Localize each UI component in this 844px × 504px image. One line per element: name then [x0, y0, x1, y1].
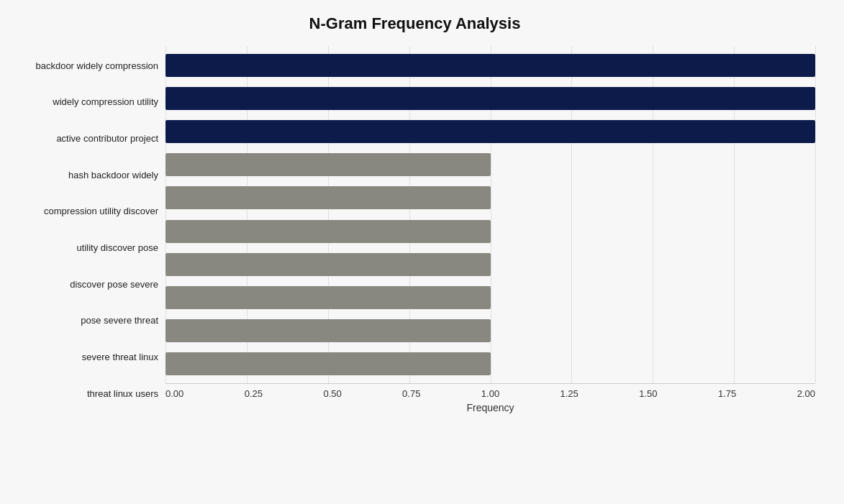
grid-and-bars — [165, 46, 815, 384]
bar-row — [165, 248, 815, 281]
bars-wrapper — [165, 46, 815, 383]
y-label: widely compression utility — [53, 84, 158, 121]
bar-row — [165, 214, 815, 247]
y-label: severe threat linux — [82, 339, 158, 376]
x-tick-label: 1.25 — [561, 388, 578, 399]
bar-row — [165, 181, 815, 214]
chart-title: N-Gram Frequency Analysis — [14, 14, 815, 33]
x-tick-label: 1.00 — [481, 388, 499, 399]
bar-row — [165, 347, 815, 380]
y-labels: backdoor widely compressionwidely compre… — [14, 46, 165, 413]
x-tick-label: 0.25 — [245, 388, 263, 399]
y-label: threat linux users — [87, 375, 158, 412]
bar-row — [165, 281, 815, 314]
bar — [165, 120, 815, 143]
x-tick-label: 0.00 — [165, 388, 183, 399]
bar — [165, 54, 815, 77]
bar-row — [165, 148, 815, 181]
x-tick-label: 2.00 — [797, 388, 815, 399]
y-label: utility discover pose — [77, 229, 158, 266]
chart-area: backdoor widely compressionwidely compre… — [14, 46, 815, 413]
x-tick-label: 1.50 — [639, 388, 657, 399]
bar — [165, 220, 491, 243]
bar — [165, 286, 491, 309]
y-label: hash backdoor widely — [68, 157, 158, 193]
x-tick-label: 0.50 — [323, 388, 341, 399]
x-axis-title: Frequency — [165, 402, 815, 413]
grid-line — [815, 46, 816, 383]
bar — [165, 153, 491, 176]
bar — [165, 253, 491, 276]
bar — [165, 87, 815, 110]
y-label: compression utility discover — [44, 193, 158, 230]
y-label: discover pose severe — [70, 266, 158, 303]
x-tick-label: 1.75 — [718, 388, 736, 399]
bar — [165, 319, 491, 342]
bars-and-axis: 0.000.250.500.751.001.251.501.752.00 Fre… — [165, 46, 815, 413]
y-label: backdoor widely compression — [35, 47, 158, 84]
bar-row — [165, 115, 815, 148]
x-axis-labels: 0.000.250.500.751.001.251.501.752.00 — [165, 384, 815, 399]
y-label: pose severe threat — [81, 303, 158, 339]
bar-row — [165, 82, 815, 115]
x-tick-label: 0.75 — [402, 388, 420, 399]
bar-row — [165, 49, 815, 82]
bar-row — [165, 314, 815, 347]
chart-container: N-Gram Frequency Analysis backdoor widel… — [0, 0, 844, 504]
bar — [165, 352, 491, 375]
y-label: active contributor project — [56, 120, 158, 157]
bar — [165, 186, 491, 209]
